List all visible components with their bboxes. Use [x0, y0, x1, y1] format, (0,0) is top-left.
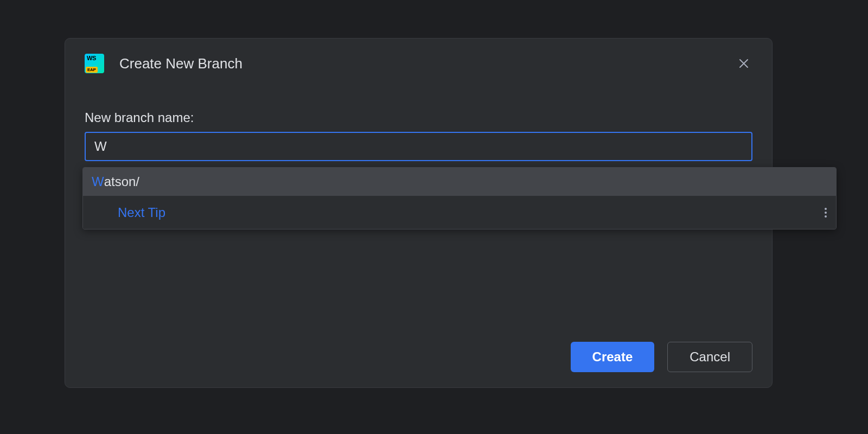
- kebab-icon: [824, 206, 827, 219]
- dialog-title: Create New Branch: [119, 55, 242, 72]
- branch-name-input[interactable]: [85, 132, 752, 161]
- suggestion-match-text: W: [92, 174, 104, 189]
- more-options-button[interactable]: [824, 206, 827, 219]
- autocomplete-popup: Watson/ Next Tip: [82, 167, 837, 229]
- create-button[interactable]: Create: [571, 342, 655, 372]
- suggestion-item[interactable]: Watson/: [83, 168, 836, 196]
- close-icon: [737, 57, 750, 70]
- tip-row: Next Tip: [83, 196, 836, 229]
- close-button[interactable]: [735, 55, 752, 72]
- svg-point-2: [825, 215, 827, 218]
- svg-point-0: [825, 208, 827, 210]
- branch-name-label: New branch name:: [85, 110, 752, 125]
- svg-point-1: [825, 212, 827, 214]
- app-icon-top-label: WS: [87, 55, 96, 61]
- dialog-header: WS EAP Create New Branch: [65, 39, 772, 84]
- cancel-button[interactable]: Cancel: [667, 342, 752, 372]
- dialog-footer: Create Cancel: [571, 342, 752, 372]
- next-tip-link[interactable]: Next Tip: [118, 205, 165, 220]
- suggestion-rest-text: atson/: [104, 174, 139, 189]
- dialog-body: New branch name:: [65, 84, 772, 161]
- app-icon-bottom-label: EAP: [86, 67, 98, 73]
- webstorm-eap-icon: WS EAP: [85, 54, 104, 73]
